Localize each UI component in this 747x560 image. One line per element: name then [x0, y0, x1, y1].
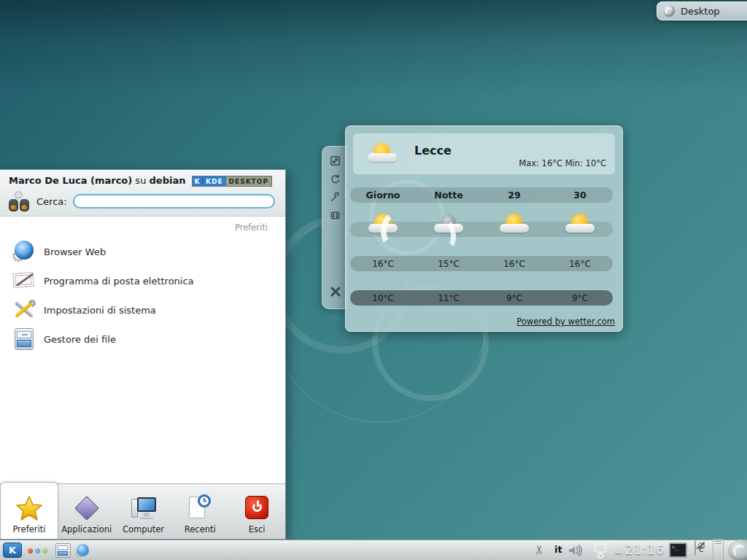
- terminal-window-icon[interactable]: >_: [669, 542, 687, 558]
- kde-desktop-badge: K KDE DESKTOP: [192, 176, 272, 187]
- panel-cashew-icon[interactable]: [728, 540, 747, 560]
- weather-col-label: 29: [481, 187, 547, 203]
- recent-documents-icon: [186, 494, 214, 522]
- weather-col-label: 30: [547, 187, 613, 203]
- file-manager-launcher-icon[interactable]: [55, 543, 71, 558]
- kickoff-header: Marco De Luca (marco) su debian K KDE DE…: [0, 170, 285, 217]
- day-temp: 15°C: [416, 256, 481, 271]
- klipper-scissors-icon[interactable]: ✂: [533, 545, 546, 554]
- computer-monitor-icon: [129, 494, 157, 522]
- web-browser-globe-icon: ⚙: [12, 239, 36, 264]
- desktop: Desktop Lecce Max: 16°C Min: 10°C Gior: [0, 0, 747, 560]
- tab-esci[interactable]: Esci: [228, 484, 285, 539]
- weather-widget[interactable]: Lecce Max: 16°C Min: 10°C Giorno Notte 2…: [345, 125, 623, 332]
- moon-cloud-icon: [433, 214, 465, 236]
- volume-icon[interactable]: [568, 544, 582, 557]
- kmenu-button[interactable]: K: [3, 542, 22, 558]
- tray-expand-arrow[interactable]: [614, 548, 623, 553]
- tab-computer[interactable]: Computer: [115, 484, 172, 539]
- favorite-item-system-settings[interactable]: Impostazioni di sistema: [0, 295, 285, 324]
- kickoff-launcher: Marco De Luca (marco) su debian K KDE DE…: [0, 169, 286, 540]
- blue-dot-icon: [35, 548, 40, 553]
- bottom-panel: K ⚙ ✂ it 21:16 >_ °C: [0, 540, 747, 560]
- system-settings-tools-icon: [12, 298, 36, 322]
- activity-dots[interactable]: [28, 548, 47, 553]
- file-manager-cabinet-icon: [12, 327, 36, 351]
- weather-night-temps: 10°C 11°C 9°C 9°C: [350, 290, 613, 306]
- favorite-item-browser[interactable]: ⚙ Browser Web: [0, 237, 285, 266]
- favorite-item-file-manager[interactable]: Gestore dei file: [0, 324, 285, 354]
- kde-logo-icon: K: [193, 176, 203, 186]
- weather-current-condition-icon: [366, 144, 398, 166]
- configure-wrench-icon[interactable]: [329, 190, 342, 203]
- sun-cloud-icon: [564, 214, 596, 236]
- keyboard-layout-indicator[interactable]: it: [554, 544, 562, 555]
- weather-col-label: Giorno: [350, 187, 416, 203]
- weather-max-min: Max: 16°C Min: 10°C: [519, 158, 606, 168]
- rotate-icon[interactable]: [329, 172, 342, 185]
- red-dot-icon: [28, 548, 33, 553]
- cashew-icon: [663, 5, 675, 17]
- day-temp: 16°C: [350, 256, 416, 271]
- star-icon: [15, 494, 43, 522]
- sun-cloud-icon: [498, 214, 530, 236]
- email-envelope-icon: [12, 268, 36, 293]
- day-temp: 16°C: [547, 256, 613, 271]
- panel-widget-strip[interactable]: [713, 539, 724, 560]
- night-temp: 9°C: [481, 290, 547, 306]
- search-label: Cerca:: [36, 196, 67, 207]
- maximize-icon[interactable]: [329, 209, 342, 222]
- wetter-credit-link[interactable]: Powered by wetter.com: [516, 316, 615, 327]
- favorite-item-email[interactable]: Programma di posta elettronica: [0, 266, 285, 295]
- weather-day-temps: 16°C 15°C 16°C 16°C: [350, 256, 613, 271]
- desktop-toolbox[interactable]: Desktop: [657, 1, 747, 20]
- weather-header: Lecce Max: 16°C Min: 10°C: [353, 133, 615, 174]
- tab-recenti[interactable]: Recenti: [171, 484, 228, 539]
- power-icon: [243, 494, 271, 522]
- kickoff-tab-bar: Preferiti Applicazioni Computer Recenti …: [0, 483, 285, 539]
- user-connector: su: [135, 175, 146, 186]
- user-host-line: Marco De Luca (marco) su debian: [9, 175, 185, 186]
- desktop-toolbox-label: Desktop: [681, 6, 720, 17]
- sun-cloud-icon: [367, 214, 399, 236]
- weather-column-headers: Giorno Notte 29 30: [350, 187, 613, 203]
- night-temp: 11°C: [416, 290, 481, 306]
- weather-city: Lecce: [414, 144, 452, 158]
- search-row: ⚙ Cerca:: [7, 189, 275, 214]
- kickoff-favorites-view: Preferiti ⚙ Browser Web Programma di pos…: [0, 217, 285, 483]
- tab-applicazioni[interactable]: Applicazioni: [58, 484, 115, 539]
- network-monitor-icon[interactable]: [592, 542, 608, 559]
- resize-icon[interactable]: [329, 154, 342, 167]
- close-icon[interactable]: [329, 285, 342, 298]
- green-dot-icon: [42, 548, 47, 553]
- search-binoculars-icon: ⚙: [7, 190, 32, 213]
- host-name: debian: [150, 175, 186, 186]
- user-name: Marco De Luca (marco): [9, 175, 132, 186]
- favorites-list: ⚙ Browser Web Programma di posta elettro…: [0, 237, 285, 354]
- weather-tray-icon[interactable]: °C: [692, 541, 706, 555]
- weather-condition-row: [350, 222, 613, 237]
- tab-preferiti[interactable]: Preferiti: [0, 482, 58, 539]
- day-temp: 16°C: [481, 256, 547, 271]
- applications-diamond-icon: [73, 494, 101, 522]
- weather-col-label: Notte: [416, 187, 481, 203]
- night-temp: 9°C: [547, 290, 613, 306]
- search-input[interactable]: [73, 194, 275, 209]
- web-browser-launcher-icon[interactable]: ⚙: [76, 543, 90, 558]
- section-header: Preferiti: [235, 222, 268, 233]
- weather-applet-handle[interactable]: [322, 146, 348, 309]
- night-temp: 10°C: [350, 290, 416, 306]
- digital-clock[interactable]: 21:16: [625, 542, 665, 557]
